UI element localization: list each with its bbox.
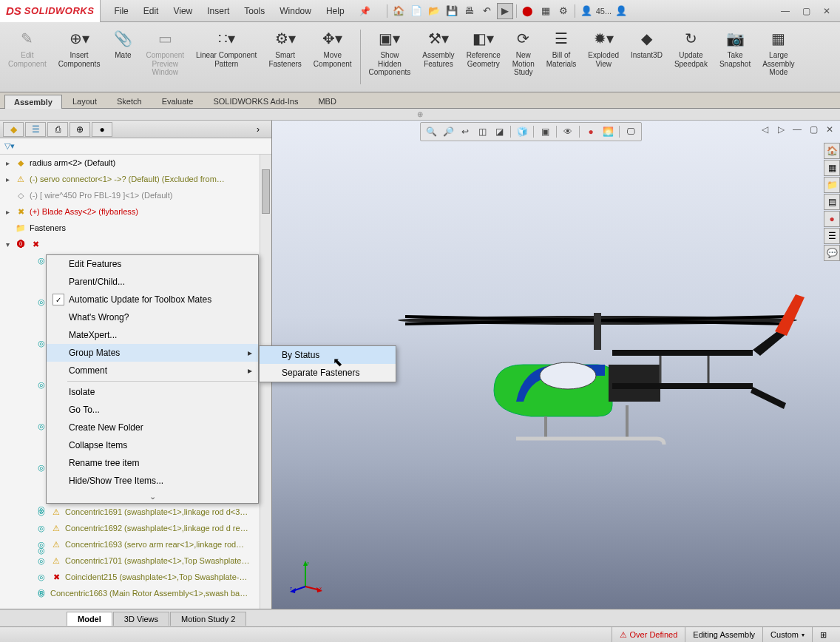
ctx-collapse-items[interactable]: Collapse Items xyxy=(47,436,258,454)
vp-fwd-icon[interactable]: ▷ xyxy=(775,124,787,135)
vp-max-icon[interactable]: ▢ xyxy=(807,124,819,135)
tree-row-mate-hidden[interactable]: ◎ xyxy=(0,252,50,268)
dock-design-lib-icon[interactable]: ▦ xyxy=(824,160,840,176)
ctx-go-to[interactable]: Go To... xyxy=(47,401,258,419)
ribbon-show[interactable]: ▣▾ShowHiddenComponents xyxy=(364,25,416,89)
fm-tab-dimexpert-icon[interactable]: ⊕ xyxy=(70,122,90,137)
tree-row-mate-hidden[interactable]: ◎ xyxy=(0,335,50,351)
subctx-separate-fasteners[interactable]: Separate Fasteners xyxy=(260,364,396,382)
ribbon-bill-of[interactable]: ☰Bill ofMaterials xyxy=(541,25,582,89)
ribbon-mate[interactable]: 📎Mate xyxy=(106,25,139,89)
close-icon[interactable]: ✕ xyxy=(816,4,837,18)
dock-file-explorer-icon[interactable]: 📁 xyxy=(824,177,840,193)
ribbon-new[interactable]: ⟳NewMotionStudy xyxy=(507,25,540,89)
dock-custom-props-icon[interactable]: ☰ xyxy=(824,228,840,244)
btab-motion[interactable]: Motion Study 2 xyxy=(170,612,246,626)
select-icon[interactable]: ▶ xyxy=(497,3,513,19)
tab-assembly[interactable]: Assembly xyxy=(4,95,62,109)
ctx-create-new-folder[interactable]: Create New Folder xyxy=(47,419,258,436)
ribbon-update[interactable]: ↻UpdateSpeedpak xyxy=(669,25,713,89)
tree-row-mate-hidden[interactable]: ◎ xyxy=(0,376,50,393)
tree-row[interactable]: ▸✖(+) Blade Assy<2> (flybarless) xyxy=(0,203,271,220)
undo-icon[interactable]: ↶ xyxy=(479,3,495,19)
menu-insert[interactable]: Insert xyxy=(200,6,237,16)
zoom-area-icon[interactable]: 🔎 xyxy=(441,124,455,139)
fm-tab-display-icon[interactable]: ● xyxy=(92,122,112,137)
user-icon[interactable]: 👤 xyxy=(613,3,629,19)
save-icon[interactable]: 💾 xyxy=(444,3,460,19)
print-icon[interactable]: 🖶 xyxy=(461,3,478,19)
display-style-icon[interactable]: ▣ xyxy=(538,124,552,139)
menu-help[interactable]: Help xyxy=(319,6,352,16)
ribbon-smart[interactable]: ⚙▾SmartFasteners xyxy=(263,25,306,89)
tree-row-mate-hidden[interactable]: ◎ xyxy=(0,542,50,558)
ctx-matexpert[interactable]: MateXpert... xyxy=(47,326,258,344)
menu-view[interactable]: View xyxy=(166,6,200,16)
tree-row[interactable]: ▸⚠(-) servo connector<1> ->? (Default) (… xyxy=(0,171,271,187)
appearance-icon[interactable]: ● xyxy=(583,124,598,139)
tree-row-mate-hidden[interactable]: ◎ xyxy=(0,418,50,434)
view-orient-icon[interactable]: 🧊 xyxy=(515,124,529,139)
scene-icon[interactable]: 🌅 xyxy=(600,124,615,139)
prev-view-icon[interactable]: ↩ xyxy=(458,124,472,139)
btab-model[interactable]: Model xyxy=(67,612,112,626)
fm-tab-tree-icon[interactable]: ◆ xyxy=(3,122,24,137)
tab-evaluate[interactable]: Evaluate xyxy=(152,94,203,108)
dyn-section-icon[interactable]: ◪ xyxy=(492,124,507,139)
tree-row-mates[interactable]: ▾⓿✖ xyxy=(0,236,271,252)
hide-show-icon[interactable]: 👁 xyxy=(560,124,575,139)
ribbon-assembly[interactable]: ⚒▾AssemblyFeatures xyxy=(417,25,459,89)
ribbon-move[interactable]: ✥▾MoveComponent xyxy=(308,25,357,89)
tree-row-mate-hidden[interactable]: ◎ xyxy=(0,501,50,517)
subctx-by-status[interactable]: By Status xyxy=(260,346,396,364)
ribbon-large[interactable]: ▦LargeAssemblyMode xyxy=(757,25,799,89)
ribbon-take[interactable]: 📷TakeSnapshot xyxy=(714,25,756,89)
ctx-automatic-update-for-toolbox-mates[interactable]: Automatic Update for Toolbox Mates xyxy=(47,291,258,308)
ribbon-instant3d[interactable]: ◆Instant3D xyxy=(626,25,668,89)
ctx-comment[interactable]: Comment xyxy=(47,362,258,379)
maximize-icon[interactable]: ▢ xyxy=(796,4,816,18)
zoom-fit-icon[interactable]: 🔍 xyxy=(424,124,438,139)
ctx-edit-features[interactable]: Edit Features xyxy=(47,255,258,273)
ribbon-exploded[interactable]: ✹▾ExplodedView xyxy=(583,25,624,89)
menu-window[interactable]: Window xyxy=(272,6,319,16)
fm-tab-config-icon[interactable]: ⎙ xyxy=(47,122,68,137)
dock-home-icon[interactable]: 🏠 xyxy=(824,143,840,159)
options-icon[interactable]: ▦ xyxy=(538,3,554,19)
ctx-expand-icon[interactable]: ⌄ xyxy=(47,490,258,503)
status-extras-icon[interactable]: ⊞ xyxy=(812,627,834,642)
status-units[interactable]: Custom ▾ xyxy=(762,627,812,642)
fm-tab-property-icon[interactable]: ☰ xyxy=(25,122,46,137)
tree-row[interactable]: ◇(-) [ wire^450 Pro FBL-19 ]<1> (Default… xyxy=(0,187,271,203)
open-icon[interactable]: 📂 xyxy=(426,3,442,19)
tree-row-mate-hidden[interactable]: ◎ xyxy=(0,459,50,476)
tab-mbd[interactable]: MBD xyxy=(308,94,345,108)
tree-row[interactable]: 📁Fasteners xyxy=(0,220,271,236)
ctx-what-s-wrong[interactable]: What's Wrong? xyxy=(47,308,258,326)
tree-row-mate-hidden[interactable]: ◎ xyxy=(0,584,50,600)
account-icon[interactable]: 👤 xyxy=(578,3,595,19)
menu-tools[interactable]: Tools xyxy=(237,6,272,16)
tree-row-mate[interactable]: ◎✖Coincident215 (swashplate<1>,Top Swash… xyxy=(0,569,271,585)
scrollbar-thumb[interactable] xyxy=(262,169,270,214)
new-icon[interactable]: 📄 xyxy=(408,3,424,19)
settings-icon[interactable]: ⚙ xyxy=(555,3,572,19)
ribbon-insert[interactable]: ⊕▾InsertComponents xyxy=(53,25,106,89)
section-icon[interactable]: ◫ xyxy=(475,124,490,139)
minimize-icon[interactable]: — xyxy=(775,4,796,18)
tab-addins[interactable]: SOLIDWORKS Add-Ins xyxy=(203,94,308,108)
tree-row[interactable]: ▸◆radius arm<2> (Default) xyxy=(0,155,271,171)
dock-forum-icon[interactable]: 💬 xyxy=(824,245,840,261)
ctx-hide-show-tree-items[interactable]: Hide/Show Tree Items... xyxy=(47,472,258,490)
view-settings-icon[interactable]: 🖵 xyxy=(623,124,638,139)
pin-icon[interactable]: 📌 xyxy=(352,6,378,16)
menu-edit[interactable]: Edit xyxy=(136,6,166,16)
btab-3dviews[interactable]: 3D Views xyxy=(113,612,169,626)
ribbon-reference[interactable]: ◧▾ReferenceGeometry xyxy=(461,25,506,89)
tab-layout[interactable]: Layout xyxy=(63,94,106,108)
tree-row-mate[interactable]: ◎⚠Concentric1692 (swashplate<1>,linkage … xyxy=(0,520,271,536)
tree-row-mate-hidden[interactable]: ◎ xyxy=(0,294,50,310)
ctx-isolate[interactable]: Isolate xyxy=(47,383,258,401)
ctx-parent-child[interactable]: Parent/Child... xyxy=(47,273,258,291)
ctx-group-mates[interactable]: Group Mates xyxy=(47,344,258,362)
